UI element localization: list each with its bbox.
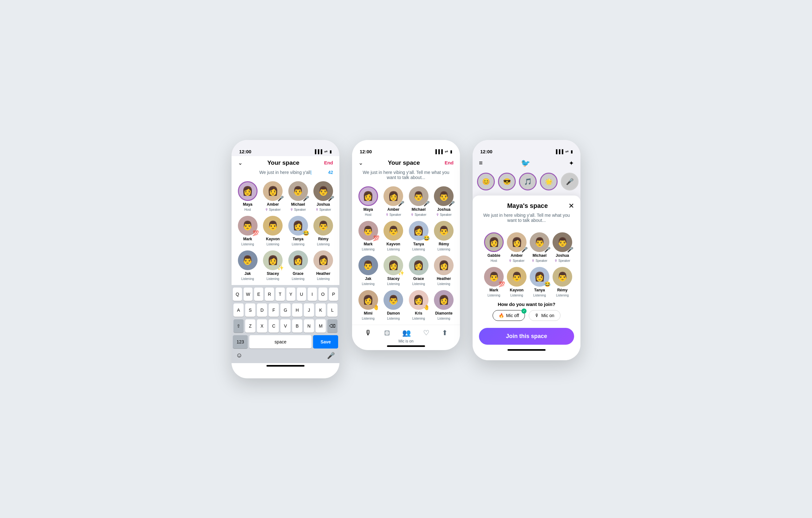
key-b[interactable]: B [292,319,302,333]
participant-stacey[interactable]: 👩✨StaceyListening [262,250,284,280]
key-o[interactable]: O [318,288,328,301]
participant-grace[interactable]: 👩GraceListening [408,255,430,286]
story-4[interactable]: 🌟 [540,173,558,190]
story-1[interactable]: 😊 [477,173,495,190]
key-h[interactable]: H [292,303,302,317]
participant-joshua[interactable]: 👨🎤Joshua🎙Speaker [553,232,572,263]
voice-key[interactable]: 🎤 [327,352,335,359]
participant-name-heather: Heather [316,271,330,276]
participant-mark[interactable]: 👨💯MarkListening [357,221,379,251]
participant-tanya[interactable]: 👩😂TanyaListening [530,267,549,297]
participant-kayvon[interactable]: 👨KayvonListening [262,216,284,246]
key-shift[interactable]: ⇧ [233,319,243,333]
emoji-key[interactable]: ☺ [236,352,242,359]
participant-stacey[interactable]: 👩✨StaceyListening [382,255,405,286]
key-g[interactable]: G [281,303,291,317]
participant-gabbie[interactable]: 👩GabbieHost [484,232,504,263]
key-c[interactable]: C [269,319,279,333]
participant-mimi[interactable]: 👩🤚MimiListening [357,290,379,320]
key-i[interactable]: I [308,288,317,301]
speaker-mic-icon: 🎙 [411,213,414,216]
participants-grid-1: 👩MayaHost👩🎤Amber🎙Speaker👨🎤Michael🎙Speake… [232,177,339,285]
participant-name-rémy: Rémy [439,242,449,246]
participant-mark[interactable]: 👨💯MarkListening [484,267,504,297]
key-l[interactable]: L [327,303,338,317]
key-save[interactable]: Save [313,335,338,349]
participant-amber[interactable]: 👩🎤Amber🎙Speaker [382,186,405,216]
key-m[interactable]: M [316,319,326,333]
participant-name-joshua: Joshua [437,207,451,212]
participant-kayvon[interactable]: 👨KayvonListening [382,221,405,251]
mic-icon[interactable]: 🎙 [365,329,372,337]
key-q[interactable]: Q [233,288,242,301]
modal-card: Maya's space ✕ We just in here vibing y'… [473,195,580,360]
participant-grace[interactable]: 👩GraceListening [287,250,309,280]
sparkle-icon[interactable]: ✦ [569,159,574,167]
close-icon[interactable]: ✕ [569,202,574,210]
participant-michael[interactable]: 👨🎤Michael🎙Speaker [530,232,549,263]
participant-jak[interactable]: 👨JakListening [237,250,259,280]
signal-icon-3: ▐▐▐ [554,149,563,154]
participant-rémy[interactable]: 👨RémyListening [313,216,335,246]
key-s[interactable]: S [245,303,255,317]
participant-name-amber: Amber [511,253,523,258]
participant-joshua[interactable]: 👨🎤Joshua🎙Speaker [313,181,335,211]
join-space-button[interactable]: Join this space [479,328,574,345]
people-icon[interactable]: 👥 [402,329,411,337]
key-v[interactable]: V [281,319,291,333]
participant-amber[interactable]: 👩🎤Amber🎙Speaker [507,232,526,263]
participant-maya[interactable]: 👩MayaHost [357,186,379,216]
key-r[interactable]: R [265,288,274,301]
participant-name-stacey: Stacey [267,271,279,276]
key-w[interactable]: W [243,288,253,301]
key-d[interactable]: D [257,303,267,317]
participant-maya[interactable]: 👩MayaHost [237,181,259,211]
key-t[interactable]: T [276,288,285,301]
key-n[interactable]: N [304,319,314,333]
participant-heather[interactable]: 👩HeatherListening [313,250,335,280]
key-e[interactable]: E [254,288,263,301]
share-icon[interactable]: ⬆ [442,329,447,337]
key-j[interactable]: J [304,303,314,317]
participant-diamonte[interactable]: 👩DiamonteListening [433,290,455,320]
key-space[interactable]: space [249,335,312,349]
key-y[interactable]: Y [286,288,296,301]
story-2[interactable]: 😎 [498,173,516,190]
participant-heather[interactable]: 👩HeatherListening [433,255,455,286]
participant-jak[interactable]: 👨JakListening [357,255,379,286]
participant-michael[interactable]: 👨🎤Michael🎙Speaker [287,181,309,211]
key-f[interactable]: F [269,303,279,317]
key-k[interactable]: K [316,303,326,317]
mic-on-button[interactable]: 🎙 Mic on [529,310,560,321]
hamburger-icon[interactable]: ≡ [479,159,483,167]
key-p[interactable]: P [329,288,338,301]
participant-joshua[interactable]: 👨🎤Joshua🎙Speaker [433,186,455,216]
chevron-down-1[interactable]: ⌄ [238,159,243,166]
end-button-1[interactable]: End [324,160,333,165]
emoji-toolbar-icon[interactable]: ⊡ [384,329,390,337]
participant-tanya[interactable]: 👩😂TanyaListening [287,216,309,246]
participant-damon[interactable]: 👨DamonListening [382,290,405,320]
participant-rémy[interactable]: 👨RémyListening [553,267,572,297]
participant-mark[interactable]: 👨💯MarkListening [237,216,259,246]
key-backspace[interactable]: ⌫ [327,319,338,333]
story-3[interactable]: 🎵 [519,173,537,190]
key-num[interactable]: 123 [233,335,248,349]
key-x[interactable]: X [257,319,267,333]
participant-tanya[interactable]: 👩😂TanyaListening [408,221,430,251]
end-button-2[interactable]: End [445,160,454,165]
participant-michael[interactable]: 👨🎤Michael🎙Speaker [408,186,430,216]
story-5[interactable]: 🎤 [561,173,579,190]
key-a[interactable]: A [233,303,243,317]
participant-kayvon[interactable]: 👨KayvonListening [507,267,526,297]
key-z[interactable]: Z [245,319,255,333]
key-u[interactable]: U [297,288,306,301]
chevron-down-2[interactable]: ⌄ [358,159,363,166]
heart-icon[interactable]: ♡ [423,329,430,337]
participant-rémy[interactable]: 👨RémyListening [433,221,455,251]
mic-off-button[interactable]: 🔥 Mic off ✓ [493,310,525,321]
participant-role-tanya: Listening [533,294,546,297]
participant-kris[interactable]: 👩🤚KrisListening [408,290,430,320]
participant-name-michael: Michael [412,207,426,212]
participant-amber[interactable]: 👩🎤Amber🎙Speaker [262,181,284,211]
